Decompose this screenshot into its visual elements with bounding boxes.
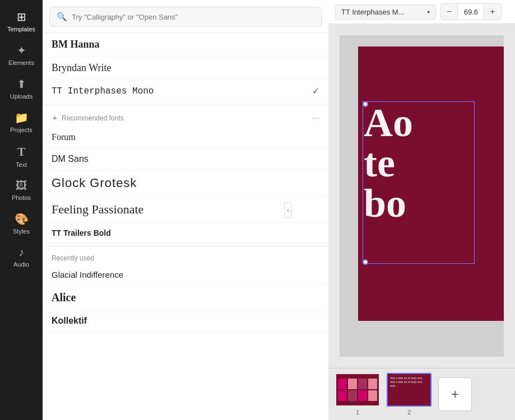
thumbnail-img-2: Add a little bit of body text. Add a lit… bbox=[387, 373, 432, 407]
font-item-alice[interactable]: Alice bbox=[43, 286, 328, 310]
canvas-background: Aotebo bbox=[340, 35, 504, 357]
thumbnail-bar: 1 Add a little bit of body text. Add a l… bbox=[328, 368, 515, 420]
sidebar-item-label: Styles bbox=[13, 228, 30, 235]
font-item-bryndan-write[interactable]: Bryndan Write bbox=[43, 57, 328, 80]
font-size-value[interactable]: 69.6 bbox=[457, 5, 484, 19]
font-selector-label: TT Interphases M... bbox=[341, 8, 404, 16]
thumbnail-img-1 bbox=[335, 373, 380, 407]
canvas-text-element[interactable]: Aotebo bbox=[364, 102, 413, 223]
chevron-down-icon: ▾ bbox=[427, 9, 430, 15]
search-bar-inner: 🔍 bbox=[49, 7, 322, 27]
font-name-dm-sans: DM Sans bbox=[52, 154, 89, 164]
thumb-cell bbox=[338, 379, 347, 389]
sidebar-item-audio[interactable]: ♪ Audio bbox=[0, 240, 43, 273]
font-name-tt-trailers: TT Trailers Bold bbox=[52, 228, 111, 237]
thumb-grid bbox=[338, 379, 377, 401]
sidebar-item-styles[interactable]: 🎨 Styles bbox=[0, 207, 43, 240]
thumb-bg-1 bbox=[336, 374, 379, 405]
styles-icon: 🎨 bbox=[15, 212, 29, 226]
font-name-forum: Forum bbox=[52, 132, 76, 142]
font-name-alice: Alice bbox=[52, 291, 76, 304]
more-options-icon[interactable]: ··· bbox=[312, 113, 319, 123]
font-item-bm-hanna[interactable]: BM Hanna bbox=[43, 33, 328, 57]
font-item-dm-sans[interactable]: DM Sans bbox=[43, 148, 328, 170]
text-icon: T bbox=[17, 144, 26, 159]
divider-recently-used bbox=[43, 246, 328, 246]
add-slide-button[interactable]: + bbox=[438, 377, 472, 411]
thumb-bg-2: Add a little bit of body text. Add a lit… bbox=[388, 374, 430, 405]
thumb-cell bbox=[338, 390, 347, 401]
font-name-bm-hanna: BM Hanna bbox=[52, 39, 100, 50]
font-item-tt-interphases[interactable]: TT Interphases Mono ✓ bbox=[43, 80, 328, 102]
thumbnail-number-2: 2 bbox=[407, 409, 411, 416]
collapse-panel-arrow[interactable]: ‹ bbox=[284, 202, 292, 218]
photos-icon: 🖼 bbox=[16, 179, 27, 192]
recently-used-label: Recently used bbox=[43, 249, 328, 264]
canvas-toolbar: TT Interphases M... ▾ − 69.6 + bbox=[328, 0, 515, 24]
font-name-bryndan: Bryndan Write bbox=[52, 62, 111, 74]
search-icon: 🔍 bbox=[57, 12, 67, 22]
sidebar-item-elements[interactable]: ✦ Elements bbox=[0, 38, 43, 72]
sidebar-item-uploads[interactable]: ⬆ Uploads bbox=[0, 72, 43, 105]
templates-icon: ⊞ bbox=[17, 10, 26, 24]
font-item-glock-grotesk[interactable]: Glock Grotesk bbox=[43, 170, 328, 197]
search-input[interactable] bbox=[72, 13, 314, 21]
sidebar-item-text[interactable]: T Text bbox=[0, 139, 43, 174]
recommended-header: ✦ Recommended fonts ··· bbox=[43, 108, 328, 127]
sidebar-item-templates[interactable]: ⊞ Templates bbox=[0, 4, 43, 38]
thumbnail-number-1: 1 bbox=[356, 409, 359, 416]
canvas-area: TT Interphases M... ▾ − 69.6 + Aotebo bbox=[328, 0, 515, 420]
font-item-tt-trailers-bold[interactable]: TT Trailers Bold bbox=[43, 223, 328, 244]
sidebar-item-label: Templates bbox=[7, 26, 35, 32]
thumb-cell bbox=[368, 390, 377, 401]
sidebar-item-label: Uploads bbox=[10, 93, 33, 100]
thumb-cell bbox=[358, 390, 367, 401]
decrease-font-size-button[interactable]: − bbox=[441, 4, 457, 20]
font-item-forum[interactable]: Forum bbox=[43, 127, 328, 148]
font-item-kollektif[interactable]: Kollektif bbox=[43, 310, 328, 332]
sidebar-item-label: Elements bbox=[8, 59, 34, 66]
font-name-tt-interphases: TT Interphases Mono bbox=[52, 86, 154, 96]
increase-font-size-button[interactable]: + bbox=[484, 4, 500, 20]
sidebar-item-label: Projects bbox=[10, 127, 33, 133]
search-bar-container: 🔍 bbox=[43, 0, 328, 33]
thumbnail-1[interactable]: 1 bbox=[335, 373, 380, 416]
sparkle-icon: ✦ bbox=[52, 114, 58, 123]
selected-checkmark: ✓ bbox=[312, 86, 319, 96]
font-name-glock-grotesk: Glock Grotesk bbox=[52, 176, 137, 190]
thumb-cell bbox=[348, 379, 357, 389]
font-name-glacial: Glacial Indifference bbox=[52, 270, 123, 279]
font-name-feeling: Feeling Passionate bbox=[52, 202, 143, 217]
sidebar-item-label: Photos bbox=[12, 194, 31, 201]
projects-icon: 📁 bbox=[15, 111, 29, 124]
sidebar-item-projects[interactable]: 📁 Projects bbox=[0, 105, 43, 139]
uploads-icon: ⬆ bbox=[17, 77, 26, 91]
sidebar-item-label: Audio bbox=[13, 261, 29, 268]
font-list: BM Hanna Bryndan Write TT Interphases Mo… bbox=[43, 33, 328, 420]
font-size-control: − 69.6 + bbox=[440, 3, 502, 20]
selection-handle-bl[interactable] bbox=[363, 259, 368, 265]
recommended-label: ✦ Recommended fonts bbox=[52, 114, 124, 123]
thumbnail-2[interactable]: Add a little bit of body text. Add a lit… bbox=[387, 373, 432, 416]
elements-icon: ✦ bbox=[17, 44, 26, 57]
font-name-kollektif: Kollektif bbox=[52, 316, 87, 326]
thumb-cell bbox=[348, 390, 357, 401]
canvas-viewport: Aotebo bbox=[328, 24, 515, 368]
sidebar: ⊞ Templates ✦ Elements ⬆ Uploads 📁 Proje… bbox=[0, 0, 43, 420]
thumb-text-content: Add a little bit of body text. Add a lit… bbox=[390, 376, 428, 388]
font-selector-dropdown[interactable]: TT Interphases M... ▾ bbox=[335, 4, 436, 20]
sidebar-item-label: Text bbox=[16, 161, 27, 168]
recommended-label-text: Recommended fonts bbox=[62, 114, 124, 122]
slide-canvas[interactable]: Aotebo bbox=[358, 46, 504, 321]
audio-icon: ♪ bbox=[18, 246, 24, 259]
divider-recommended bbox=[43, 105, 328, 105]
font-item-glacial-indifference[interactable]: Glacial Indifference bbox=[43, 264, 328, 286]
thumb-cell bbox=[358, 379, 367, 389]
sidebar-item-photos[interactable]: 🖼 Photos bbox=[0, 174, 43, 207]
thumb-cell bbox=[368, 379, 377, 389]
